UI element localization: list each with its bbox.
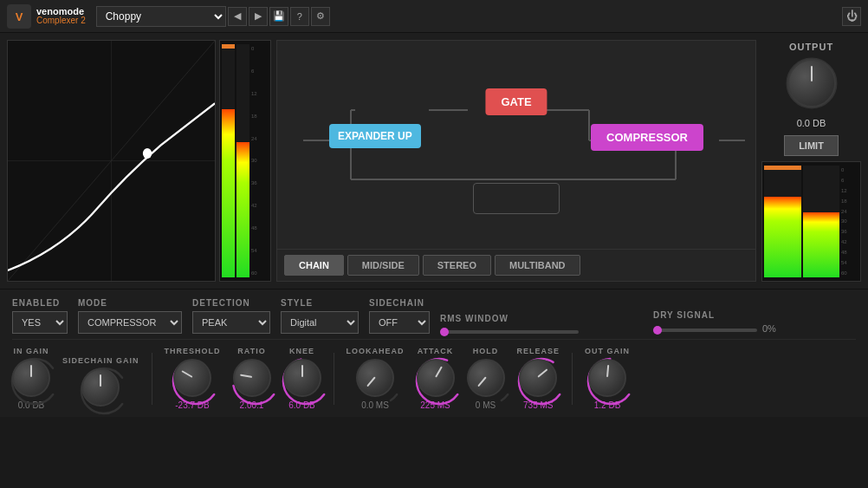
empty-label[interactable] xyxy=(473,183,560,214)
release-group: RELEASE 735 MS xyxy=(517,347,560,410)
output-meter-clip-left xyxy=(764,166,801,170)
right-panel: OUTPUT 0.0 DB LIMIT 0 6 12 xyxy=(761,40,861,282)
compressor-node[interactable]: COMPRESSOR xyxy=(591,124,703,151)
release-knob-wrap[interactable] xyxy=(519,359,557,397)
ratio-group: RATIO 2.00:1 xyxy=(233,347,271,410)
compressor-label[interactable]: COMPRESSOR xyxy=(591,124,703,151)
empty-node[interactable] xyxy=(473,183,560,214)
divider-1 xyxy=(152,353,152,405)
output-meter-fill-left xyxy=(764,197,801,277)
rms-window-label: RMS WINDOW xyxy=(440,314,643,323)
style-group: STYLE Digital Analog Opto xyxy=(281,298,359,334)
in-gain-indicator xyxy=(30,365,32,377)
next-preset-button[interactable]: ▶ xyxy=(249,7,268,26)
save-button[interactable]: 💾 xyxy=(269,7,288,26)
detection-group: DETECTION PEAK RMS xyxy=(192,298,270,334)
detection-label: DETECTION xyxy=(192,298,270,308)
out-gain-group: OUT GAIN 1.2 DB xyxy=(585,347,630,410)
output-meter-scale: 0 6 12 18 24 30 36 42 48 54 60 xyxy=(841,166,858,277)
ratio-knob[interactable] xyxy=(233,359,271,397)
rms-window-group: RMS WINDOW xyxy=(440,314,643,334)
output-meter-bar-right xyxy=(803,166,840,277)
left-panel: 0 6 12 18 24 30 36 42 48 54 60 xyxy=(7,40,271,282)
release-knob[interactable] xyxy=(519,359,557,397)
lookahead-group: LOOKAHEAD 0.0 MS xyxy=(347,347,405,410)
knee-knob-wrap[interactable] xyxy=(283,359,321,397)
output-knob-wrap[interactable] xyxy=(787,59,836,107)
attack-indicator xyxy=(435,366,443,377)
out-gain-indicator xyxy=(606,365,609,377)
tab-stereo[interactable]: STEREO xyxy=(423,255,491,276)
sidechain-label: SIDECHAIN xyxy=(369,298,430,308)
ratio-indicator xyxy=(240,374,252,378)
tab-multiband[interactable]: MULTIBAND xyxy=(495,255,580,276)
style-select[interactable]: Digital Analog Opto xyxy=(281,311,359,334)
meter-bar-right xyxy=(236,44,249,277)
controls-row: ENABLED YES NO MODE COMPRESSOR EXPANDER … xyxy=(12,293,856,340)
divider-2 xyxy=(334,353,334,405)
chain-panel: GATE EXPANDER UP COMPRESSOR CHAIN MID/SI… xyxy=(276,40,756,282)
output-meter-fill-right xyxy=(803,212,840,277)
mode-select[interactable]: COMPRESSOR EXPANDER GATE LIMITER xyxy=(78,311,182,334)
attack-knob-wrap[interactable] xyxy=(417,359,455,397)
out-gain-knob-wrap[interactable] xyxy=(588,359,626,397)
hold-knob-wrap[interactable] xyxy=(467,359,505,397)
output-meter-bar-left xyxy=(764,166,801,277)
knobs-row: IN GAIN 0.0 DB SIDECHAIN GAIN xyxy=(12,347,856,410)
threshold-knob[interactable] xyxy=(173,359,211,397)
ratio-knob-wrap[interactable] xyxy=(233,359,271,397)
power-button[interactable]: ⏻ xyxy=(842,7,861,26)
limit-button[interactable]: LIMIT xyxy=(784,135,839,156)
tab-midside[interactable]: MID/SIDE xyxy=(347,255,419,276)
knee-indicator xyxy=(301,365,303,377)
sidechain-gain-knob[interactable] xyxy=(81,368,120,407)
input-meter-widget: 0 6 12 18 24 30 36 42 48 54 60 xyxy=(219,40,271,282)
gate-label[interactable]: GATE xyxy=(485,88,547,115)
settings-button[interactable]: ⚙ xyxy=(311,7,330,26)
meter-clip-left xyxy=(222,44,235,49)
in-gain-knob-wrap[interactable] xyxy=(12,359,50,397)
knee-knob[interactable] xyxy=(283,359,321,397)
expander-node[interactable]: EXPANDER UP xyxy=(329,124,421,148)
main-panels: 0 6 12 18 24 30 36 42 48 54 60 xyxy=(0,33,868,289)
sidechain-gain-knob-wrap[interactable] xyxy=(81,368,120,407)
knee-group: KNEE 6.0 DB xyxy=(283,347,321,410)
divider-3 xyxy=(572,353,573,405)
logo-area: V venomode Complexer 2 xyxy=(7,4,86,29)
enabled-select[interactable]: YES NO xyxy=(12,311,68,334)
transfer-curve-svg xyxy=(8,41,215,281)
dry-signal-group: DRY SIGNAL 0% xyxy=(653,310,856,334)
prev-preset-button[interactable]: ◀ xyxy=(228,7,247,26)
help-button[interactable]: ? xyxy=(290,7,309,26)
hold-knob[interactable] xyxy=(467,359,505,397)
in-gain-knob[interactable] xyxy=(12,359,50,397)
tab-chain[interactable]: CHAIN xyxy=(284,255,344,276)
output-meter-widget: 0 6 12 18 24 30 36 42 48 54 60 xyxy=(761,161,861,282)
attack-knob[interactable] xyxy=(417,359,455,397)
lookahead-knob-wrap[interactable] xyxy=(356,359,394,397)
dry-signal-value: 0% xyxy=(762,323,776,334)
lookahead-knob[interactable] xyxy=(356,359,394,397)
threshold-indicator xyxy=(181,370,192,378)
threshold-knob-wrap[interactable] xyxy=(173,359,211,397)
out-gain-knob[interactable] xyxy=(588,359,626,397)
dry-signal-row: 0% xyxy=(653,323,776,334)
rms-window-slider[interactable] xyxy=(440,330,579,334)
output-knob[interactable] xyxy=(787,59,836,107)
gate-node[interactable]: GATE xyxy=(485,88,547,115)
sidechain-select[interactable]: OFF ON xyxy=(369,311,430,334)
detection-select[interactable]: PEAK RMS xyxy=(192,311,270,334)
transfer-curve xyxy=(7,40,216,282)
svg-point-5 xyxy=(143,148,152,159)
meter-bar-left xyxy=(222,44,235,277)
top-bar: V venomode Complexer 2 Choppy Default He… xyxy=(0,0,868,33)
dry-signal-slider[interactable] xyxy=(653,329,757,332)
expander-label[interactable]: EXPANDER UP xyxy=(329,124,421,148)
sidechain-gain-group: SIDECHAIN GAIN xyxy=(62,356,139,410)
preset-select[interactable]: Choppy Default Heavy Comp Light Comp Gat… xyxy=(96,6,226,27)
lookahead-indicator xyxy=(366,376,376,387)
product-name: Complexer 2 xyxy=(36,16,86,25)
meter-scale: 0 6 12 18 24 30 36 42 48 54 60 xyxy=(251,44,269,277)
hold-indicator xyxy=(477,376,487,387)
logo-text-area: venomode Complexer 2 xyxy=(36,7,86,25)
